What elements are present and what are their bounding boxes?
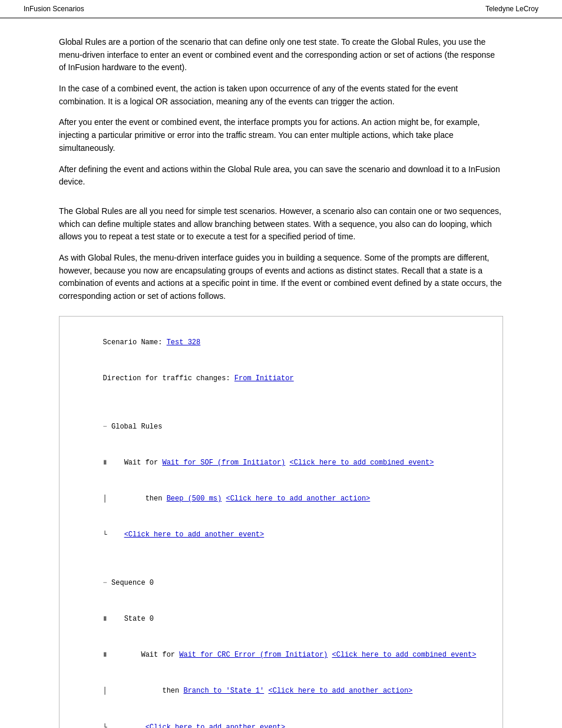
scenario-name-label: Scenario Name:	[103, 338, 167, 347]
sequence0-header-line: − Sequence 0	[69, 565, 493, 601]
state0-action-line: │ then Branch to 'State 1' <Click here t…	[69, 673, 493, 709]
tree-branch-global-event: ∎	[103, 459, 124, 467]
paragraph-4: After defining the event and actions wit…	[59, 163, 503, 189]
page-container: InFusion Scenarios Teledyne LeCroy Globa…	[0, 0, 562, 728]
global-event-value[interactable]: Wait for SOF (from Initiator)	[162, 459, 285, 467]
state0-event-line: ∎ Wait for Wait for CRC Error (from Init…	[69, 637, 493, 673]
global-rules-action-line: │ then Beep (500 ms) <Click here to add …	[69, 481, 493, 517]
global-action-indent: │	[103, 495, 146, 503]
paragraph-6: As with Global Rules, the menu-driven in…	[59, 252, 503, 303]
state0-action-placeholder[interactable]: <Click here to add another action>	[268, 687, 412, 695]
minus-icon-seq0: −	[103, 579, 111, 587]
page-header: InFusion Scenarios Teledyne LeCroy	[0, 0, 562, 18]
code-block: Scenario Name: Test 328 Direction for tr…	[59, 316, 503, 728]
main-content: Global Rules are a portion of the scenar…	[0, 18, 562, 728]
paragraph-1: Global Rules are a portion of the scenar…	[59, 36, 503, 74]
state0-action-indent: │	[103, 687, 163, 695]
tree-branch-state0-event: ∎	[103, 651, 124, 659]
global-action-value[interactable]: Beep (500 ms)	[167, 495, 222, 503]
scenario-name-line: Scenario Name: Test 328	[69, 325, 493, 361]
direction-value[interactable]: From Initiator	[234, 374, 294, 383]
state0-add-event-placeholder[interactable]: <Click here to add another event>	[146, 723, 286, 728]
state0-add-event-line: └ <Click here to add another event>	[69, 709, 493, 728]
header-left-text: InFusion Scenarios	[24, 5, 84, 13]
global-rules-event-line: ∎ Wait for Wait for SOF (from Initiator)…	[69, 445, 493, 481]
global-wait-label: Wait for	[124, 459, 163, 467]
global-action-placeholder[interactable]: <Click here to add another action>	[226, 495, 370, 503]
global-add-event-line: └ <Click here to add another event>	[69, 517, 493, 553]
state0-event-value[interactable]: Wait for CRC Error (from Initiator)	[179, 651, 328, 659]
state0-add-event-indent: └	[103, 723, 146, 728]
global-rules-header-line: − Global Rules	[69, 409, 493, 444]
state0-wait-label: Wait for	[124, 651, 180, 659]
paragraph-2: In the case of a combined event, the act…	[59, 83, 503, 108]
global-add-event-indent: └	[103, 531, 124, 539]
blank-line-1	[69, 397, 493, 409]
direction-line: Direction for traffic changes: From Init…	[69, 361, 493, 397]
direction-label: Direction for traffic changes:	[103, 374, 234, 383]
sequence0-label: Sequence 0	[111, 579, 154, 587]
global-event-placeholder[interactable]: <Click here to add combined event>	[290, 459, 434, 467]
paragraph-3: After you enter the event or combined ev…	[59, 116, 503, 154]
global-add-event-placeholder[interactable]: <Click here to add another event>	[124, 531, 265, 539]
global-rules-label: Global Rules	[111, 423, 162, 431]
blank-line-2	[69, 553, 493, 565]
scenario-name-value[interactable]: Test 328	[167, 338, 201, 347]
global-then-label: then	[146, 495, 167, 503]
header-right-text: Teledyne LeCroy	[485, 5, 538, 13]
global-event-space	[285, 459, 289, 467]
paragraph-5: The Global Rules are all you need for si…	[59, 205, 503, 243]
state0-event-placeholder[interactable]: <Click here to add combined event>	[332, 651, 477, 659]
state0-then-label: then	[162, 687, 183, 695]
state0-event-space	[328, 651, 332, 659]
state0-line: ∎ State 0	[69, 601, 493, 637]
state0-label: State 0	[124, 615, 154, 623]
state0-action-value[interactable]: Branch to 'State 1'	[183, 687, 264, 695]
minus-icon-global: −	[103, 423, 111, 431]
tree-branch-state0: ∎	[103, 615, 124, 623]
